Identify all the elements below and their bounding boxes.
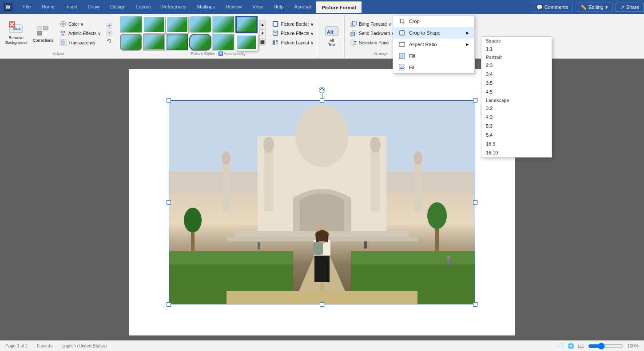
- style-reflected[interactable]: [212, 16, 235, 33]
- ratio-3-2[interactable]: 3:2: [481, 104, 552, 113]
- styles-scroll-up[interactable]: ▲: [259, 20, 266, 28]
- ratio-5-3-label: 5:3: [486, 123, 493, 129]
- tab-insert[interactable]: Insert: [60, 1, 83, 13]
- tab-layout[interactable]: Layout: [131, 1, 156, 13]
- tab-view[interactable]: View: [247, 1, 268, 13]
- handle-top-middle[interactable]: [320, 98, 324, 103]
- crop-to-shape-item[interactable]: Crop to Shape ▶: [393, 27, 474, 39]
- svg-rect-10: [38, 32, 41, 35]
- style-11[interactable]: [212, 34, 235, 51]
- edit-icon: ✏️: [580, 4, 587, 10]
- aspect-ratio-item[interactable]: Aspect Ratio ▶: [393, 39, 474, 50]
- change-picture-button[interactable]: [104, 30, 114, 37]
- svg-rect-35: [354, 41, 356, 42]
- picture-styles-group: ▲ ▼ ⬛ Picture Border ∨: [117, 15, 319, 58]
- crop-menu-icon: [398, 18, 405, 25]
- remove-background-button[interactable]: RemoveBackground: [3, 20, 29, 47]
- handle-bottom-left[interactable]: [167, 302, 171, 307]
- style-active[interactable]: [235, 16, 258, 33]
- view-mode-print[interactable]: 📄: [557, 343, 564, 349]
- share-button[interactable]: ↗ Share: [616, 3, 644, 12]
- svg-rect-90: [364, 241, 367, 248]
- view-mode-web[interactable]: 🌐: [568, 343, 574, 349]
- portrait-header: Portrait: [481, 53, 552, 61]
- ratio-16-10[interactable]: 16:10: [481, 148, 552, 157]
- tab-references[interactable]: References: [156, 1, 192, 13]
- bring-forward-button[interactable]: Bring Forward ∨: [347, 20, 397, 28]
- handle-top-right[interactable]: [473, 98, 477, 103]
- fill-item[interactable]: Fill: [393, 50, 474, 62]
- alt-text-content: Alt AltText: [322, 16, 342, 55]
- ratio-1-1[interactable]: 1:1: [481, 44, 552, 53]
- transparency-icon: [60, 39, 67, 46]
- reset-picture-button[interactable]: [104, 37, 114, 44]
- picture-styles-label: Picture Styles ♿ Accessibility: [191, 51, 246, 57]
- style-rounded[interactable]: [189, 16, 211, 33]
- handle-bottom-middle[interactable]: [320, 302, 324, 307]
- ratio-3-5[interactable]: 3:5: [481, 79, 552, 87]
- svg-rect-31: [352, 21, 356, 25]
- handle-top-left[interactable]: [167, 98, 171, 103]
- style-plain[interactable]: [120, 16, 142, 33]
- ratio-5-3[interactable]: 5:3: [481, 122, 552, 130]
- style-shadow2[interactable]: [166, 16, 188, 33]
- accessibility-btn[interactable]: ♿ Accessibility: [218, 51, 246, 56]
- style-8[interactable]: [143, 34, 165, 51]
- style-12[interactable]: [235, 34, 258, 51]
- picture-layout-button[interactable]: Picture Layout ∨: [269, 38, 316, 47]
- color-label: Color ∨: [68, 22, 83, 27]
- svg-rect-89: [258, 242, 260, 249]
- view-mode-read[interactable]: 📖: [578, 343, 584, 349]
- ratio-4-5[interactable]: 4:5: [481, 87, 552, 96]
- zoom-slider[interactable]: [588, 343, 624, 350]
- picture-border-button[interactable]: Picture Border ∨: [269, 20, 316, 28]
- tab-design[interactable]: Design: [105, 1, 131, 13]
- tab-home[interactable]: Home: [36, 1, 60, 13]
- style-9[interactable]: [166, 34, 188, 51]
- style-7[interactable]: [120, 34, 142, 51]
- send-backward-button[interactable]: Send Backward ∨: [347, 29, 397, 38]
- color-button[interactable]: Color ∨: [57, 20, 103, 28]
- artistic-effects-button[interactable]: Artistic Effects ∨: [57, 29, 103, 38]
- selection-pane-label: Selection Pane: [359, 40, 389, 45]
- editing-button[interactable]: ✏️ Editing ▾: [576, 3, 613, 12]
- crop-menu-item[interactable]: Crop: [393, 16, 474, 27]
- adjust-extras-col: [104, 22, 114, 44]
- transparency-button[interactable]: Transparency: [57, 38, 103, 47]
- ratio-2-3[interactable]: 2:3: [481, 61, 552, 70]
- style-10[interactable]: [189, 34, 211, 51]
- corrections-button[interactable]: Corrections: [30, 23, 56, 44]
- tab-help[interactable]: Help: [268, 1, 289, 13]
- alt-text-button[interactable]: Alt AltText: [322, 23, 342, 48]
- svg-point-72: [413, 151, 422, 165]
- tab-draw[interactable]: Draw: [83, 1, 105, 13]
- ratio-4-3[interactable]: 4:3: [481, 113, 552, 122]
- svg-rect-36: [354, 43, 356, 43]
- tab-mailings[interactable]: Mailings: [192, 1, 220, 13]
- status-bar: Page 1 of 1 0 words English (United Stat…: [0, 340, 644, 351]
- handle-middle-right[interactable]: [473, 200, 477, 205]
- svg-point-83: [427, 202, 447, 229]
- fit-item[interactable]: Fit: [393, 62, 474, 73]
- comments-button[interactable]: 💬 Comments: [532, 3, 573, 12]
- tab-acrobat[interactable]: Acrobat: [289, 1, 317, 13]
- tab-review[interactable]: Review: [220, 1, 247, 13]
- picture-effects-button[interactable]: Picture Effects ∨: [269, 29, 316, 38]
- tab-file[interactable]: File: [18, 1, 36, 13]
- tab-picture-format[interactable]: Picture Format: [316, 1, 362, 13]
- ratio-5-4[interactable]: 5:4: [481, 130, 552, 139]
- ratio-16-9[interactable]: 16:9: [481, 139, 552, 148]
- app-icon: W: [4, 3, 12, 12]
- styles-scroll-down[interactable]: ▼: [259, 29, 266, 37]
- rotate-handle[interactable]: [319, 87, 325, 93]
- style-shadow[interactable]: [143, 16, 165, 33]
- handle-middle-left[interactable]: [167, 200, 171, 205]
- styles-more[interactable]: ⬛: [259, 38, 266, 46]
- compress-button[interactable]: [104, 22, 114, 29]
- selected-image[interactable]: [169, 100, 475, 304]
- ratio-3-4[interactable]: 3:4: [481, 70, 552, 79]
- titlebar-actions: 💬 Comments ✏️ Editing ▾ ↗ Share: [532, 3, 644, 12]
- ratio-2-3-label: 2:3: [486, 63, 493, 68]
- handle-bottom-right[interactable]: [473, 302, 477, 307]
- selection-pane-button[interactable]: Selection Pane: [347, 38, 397, 47]
